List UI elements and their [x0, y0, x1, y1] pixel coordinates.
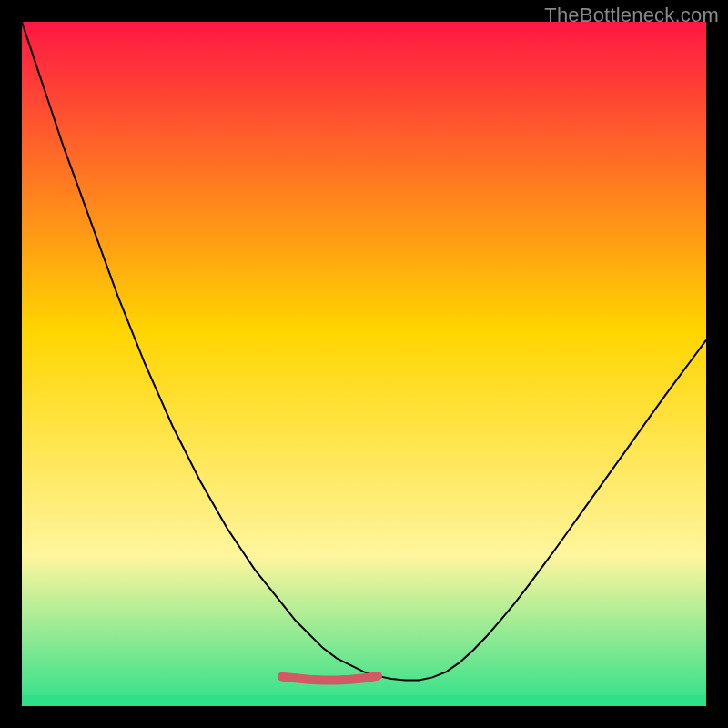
- highlight-segment: [282, 676, 378, 681]
- chart-frame: TheBottleneck.com: [0, 0, 728, 728]
- bottleneck-chart-svg: [22, 22, 706, 706]
- gradient-background: [22, 22, 706, 706]
- plot-area: [22, 22, 706, 706]
- baseline-band: [22, 695, 706, 706]
- watermark-text: TheBottleneck.com: [544, 4, 719, 27]
